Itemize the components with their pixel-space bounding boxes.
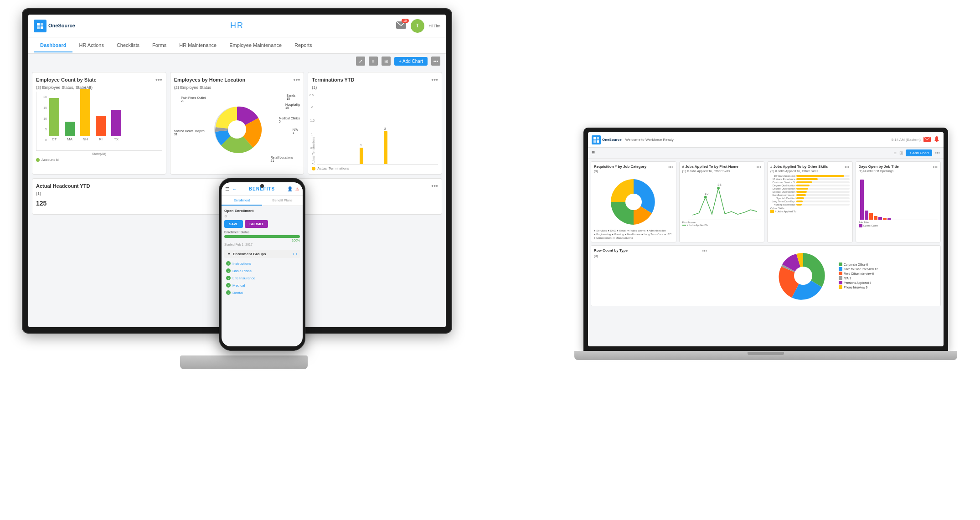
phone-screen: ☰ ← BENEFITS 👤 ⚠ Enrollment Benefit Plan… bbox=[222, 182, 303, 346]
progress-text: 100% bbox=[224, 239, 300, 242]
enrollment-groups-header[interactable]: ▼ Enrollment Groups ‹ › bbox=[224, 250, 300, 258]
row-count-pie-container: Corporate Office 6 Face to Face Intervie… bbox=[712, 248, 938, 303]
submit-button[interactable]: SUBMIT bbox=[245, 220, 268, 228]
laptop-mail[interactable] bbox=[923, 136, 931, 144]
more-icon[interactable]: ••• bbox=[431, 57, 440, 66]
skill-bar-fill-10 bbox=[796, 204, 802, 206]
days-open-more-icon[interactable]: ••• bbox=[933, 165, 938, 170]
legend-item-phone: Phone Interview 9 bbox=[839, 285, 878, 289]
check-icon-medical: ✓ bbox=[226, 283, 231, 288]
svg-rect-7 bbox=[593, 137, 596, 139]
grid-icon[interactable]: ⊞ bbox=[382, 57, 391, 66]
legend-label-corporate: Corporate Office 6 bbox=[844, 263, 868, 266]
legend-item-field: Field Office Interview 6 bbox=[839, 272, 878, 275]
check-icon-basic-plans: ✓ bbox=[226, 268, 231, 273]
jobs-name-more-icon[interactable]: ••• bbox=[756, 165, 761, 170]
phone-alert-icon[interactable]: ⚠ bbox=[295, 187, 299, 191]
nav-left-icon[interactable]: ‹ bbox=[293, 252, 294, 256]
bar-label-tx: TX bbox=[114, 137, 119, 141]
bar-ri bbox=[96, 116, 106, 136]
nav-right-icon[interactable]: › bbox=[296, 252, 297, 256]
tab-hr-actions[interactable]: HR Actions bbox=[72, 39, 110, 52]
skill-bar-fill-9 bbox=[796, 201, 803, 202]
laptop-bell[interactable] bbox=[934, 136, 940, 144]
list-item-medical[interactable]: ✓ Medical bbox=[224, 282, 300, 289]
tab-checklists[interactable]: Checklists bbox=[110, 39, 146, 52]
svg-rect-3 bbox=[41, 26, 43, 29]
tab-dashboard[interactable]: Dashboard bbox=[34, 39, 72, 52]
bar-group-tx: TX bbox=[111, 110, 121, 141]
list-item-dental[interactable]: ✓ Dental bbox=[224, 289, 300, 296]
skill-label-4: Degree-Qualification bbox=[770, 184, 795, 187]
list-item-basic-plans[interactable]: ✓ Basic Plans bbox=[224, 267, 300, 274]
skill-bar-bg-7 bbox=[796, 194, 850, 196]
phone-person-icon[interactable]: 👤 bbox=[287, 186, 293, 191]
legend-dot-phone bbox=[839, 285, 842, 289]
pie-label-bands: Bands15 bbox=[286, 94, 295, 100]
employee-count-header: Employee Count by State ••• bbox=[36, 76, 162, 83]
skill-bar-bg-1 bbox=[796, 175, 850, 177]
row-count-more-icon[interactable]: ••• bbox=[702, 248, 707, 253]
user-avatar[interactable]: T bbox=[411, 19, 424, 33]
skill-bar-fill-2 bbox=[796, 178, 818, 180]
mail-container[interactable]: 10 bbox=[396, 21, 406, 31]
days-open-bar-chart bbox=[859, 175, 938, 220]
jobs-skills-more-icon[interactable]: ••• bbox=[845, 165, 850, 170]
jobs-by-name-header: # Jobs Applied To by First Name ••• bbox=[682, 165, 762, 170]
jobs-by-name-card: # Jobs Applied To by First Name ••• (1) … bbox=[679, 161, 765, 242]
pie-chart-svg bbox=[210, 102, 264, 157]
laptop-menu-icon[interactable]: ☰ bbox=[592, 151, 595, 155]
headcount-more[interactable]: ••• bbox=[431, 182, 438, 190]
y-label-1.5: 1.5 bbox=[310, 119, 315, 122]
expand-icon[interactable]: ⤢ bbox=[356, 57, 365, 66]
app-title: HR bbox=[230, 21, 244, 31]
home-location-more[interactable]: ••• bbox=[294, 76, 300, 83]
skill-row-9: Long Term Care Exp. bbox=[770, 200, 850, 203]
legend-label-pensions: Pensions Applicant 6 bbox=[844, 281, 871, 284]
phone-tab-enrollment[interactable]: Enrollment bbox=[222, 196, 262, 206]
laptop-more-icon[interactable]: ••• bbox=[935, 150, 940, 155]
jobs-by-skills-title: # Jobs Applied To by Other Skills bbox=[770, 165, 828, 169]
days-bar-5 bbox=[878, 217, 882, 220]
terminations-more[interactable]: ••• bbox=[431, 76, 438, 83]
req-filter: (0) bbox=[594, 170, 673, 173]
enrollment-groups-label: Enrollment Groups bbox=[233, 252, 291, 256]
laptop-grid-icon[interactable]: ⊞ bbox=[899, 150, 903, 155]
days-bar-3 bbox=[869, 213, 873, 220]
pie-label-twin: Twin Pines Outlet20 bbox=[181, 96, 206, 103]
skill-label-3: Customer Service S. bbox=[770, 181, 795, 184]
laptop: OneSource Welcome to Workforce Ready 9:1… bbox=[583, 128, 948, 383]
legend-dot-pensions bbox=[839, 281, 842, 284]
list-item-life-insurance[interactable]: ✓ Life Insurance bbox=[224, 274, 300, 282]
row-count-filter: (0) bbox=[594, 254, 707, 257]
req-more-icon[interactable]: ••• bbox=[668, 165, 673, 170]
skill-label-6: Degree-Qualification bbox=[770, 190, 795, 193]
nav-tabs: Dashboard HR Actions Checklists Forms HR… bbox=[28, 37, 446, 54]
laptop-add-chart-button[interactable]: + Add Chart bbox=[906, 149, 932, 156]
save-button[interactable]: SAVE bbox=[224, 220, 243, 228]
employee-count-more[interactable]: ••• bbox=[155, 76, 162, 83]
collapse-icon: ▼ bbox=[227, 252, 231, 256]
phone-menu-icon[interactable]: ☰ bbox=[225, 186, 229, 191]
y-label-2.5: 2.5 bbox=[309, 93, 314, 97]
phone-tab-benefit-plans[interactable]: Benefit Plans bbox=[262, 196, 303, 206]
tab-reports[interactable]: Reports bbox=[288, 39, 319, 52]
days-bar-6 bbox=[883, 218, 887, 220]
tab-hr-maintenance[interactable]: HR Maintenance bbox=[173, 39, 223, 52]
y-label-0.5: 0.5 bbox=[310, 146, 315, 149]
home-location-title: Employees by Home Location bbox=[174, 77, 245, 82]
days-legend-square bbox=[859, 224, 862, 227]
gear-icon[interactable]: ⚙ bbox=[224, 215, 227, 218]
skill-row-6: Degree-Qualification bbox=[770, 190, 850, 193]
tab-forms[interactable]: Forms bbox=[146, 39, 173, 52]
laptop-list-icon[interactable]: ≡ bbox=[894, 150, 897, 155]
list-item-instructions[interactable]: ✓ Instructions bbox=[224, 260, 300, 267]
laptop-notch bbox=[748, 352, 784, 355]
tab-employee-maintenance[interactable]: Employee Maintenance bbox=[223, 39, 288, 52]
add-chart-button[interactable]: + Add Chart bbox=[394, 57, 428, 66]
list-icon[interactable]: ≡ bbox=[369, 57, 378, 66]
phone-back-icon[interactable]: ← bbox=[232, 186, 237, 191]
headcount-title: Actual Headcount YTD bbox=[36, 183, 90, 189]
skill-label-2: 15 Years Experience bbox=[770, 178, 795, 180]
laptop-screen-outer: OneSource Welcome to Workforce Ready 9:1… bbox=[583, 128, 948, 351]
